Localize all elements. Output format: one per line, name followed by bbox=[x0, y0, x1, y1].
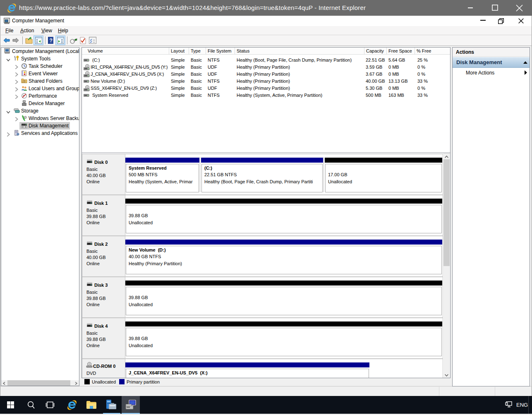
svg-text:?: ? bbox=[50, 38, 53, 43]
svg-text:23: 23 bbox=[22, 80, 26, 83]
